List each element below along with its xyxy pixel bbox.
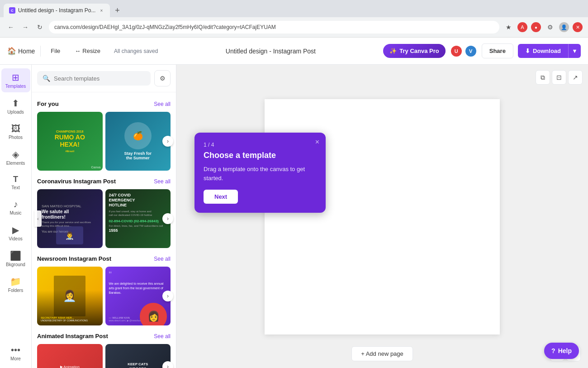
help-button[interactable]: ? Help [544, 343, 579, 359]
news1-thumbnail: 👩‍💼 SECRETARY ASHA HER... UNDERSECRETARY… [37, 267, 103, 325]
file-button[interactable]: File [46, 45, 65, 57]
search-input[interactable] [54, 75, 145, 82]
extension-close-icon[interactable]: ✕ [573, 22, 583, 32]
chevron-down-icon: ▾ [573, 48, 576, 54]
template-card-covid2[interactable]: 24/7 COVIDEMERGENCYHOTLINE If you feel u… [105, 189, 171, 248]
share-canvas-button[interactable]: ↗ [568, 70, 583, 85]
guide-popup: 1 / 4 Choose a template Drag a template … [194, 133, 326, 213]
sidebar-item-more[interactable]: ••• More [1, 341, 30, 365]
bkground-icon: ⬛ [10, 250, 21, 261]
for-you-next-button[interactable]: › [162, 136, 173, 147]
videos-icon: ▶ [12, 225, 19, 235]
anim2-thumbnail: KEEP CATSINDOORS [105, 344, 171, 368]
coronavirus-next-button[interactable]: › [162, 213, 173, 224]
coronavirus-see-all[interactable]: See all [154, 178, 171, 185]
duplicate-canvas-button[interactable]: ⧉ [536, 70, 550, 85]
for-you-see-all[interactable]: See all [154, 101, 171, 107]
brazil-thumbnail: CHAMPIONS 2018 RUMO AOHEXA! #Brazil Canv… [37, 112, 103, 171]
tab-title: Untitled design - Instagram Po... [18, 7, 95, 14]
toolbar: 🏠 Home File ↔ Resize All changes saved U… [0, 38, 588, 65]
share-button[interactable]: Share [482, 43, 513, 58]
tab-close-button[interactable]: × [98, 7, 104, 14]
file-label: File [51, 48, 60, 54]
templates-icon: ⊞ [12, 72, 19, 83]
template-card-anim2[interactable]: KEEP CATSINDOORS [105, 344, 171, 368]
for-you-template-row: CHAMPIONS 2018 RUMO AOHEXA! #Brazil Canv… [37, 112, 171, 171]
profile-icon-2[interactable]: 👤 [559, 22, 569, 32]
try-pro-button[interactable]: ✨ Try Canva Pro [383, 44, 445, 58]
more-icon: ••• [11, 345, 20, 355]
folders-label: Folders [8, 288, 23, 293]
download-button[interactable]: ⬇ Download ▾ [518, 44, 581, 58]
forward-button[interactable]: → [20, 22, 31, 33]
download-button-label[interactable]: ⬇ Download [518, 44, 568, 58]
newsroom-see-all[interactable]: See all [154, 256, 171, 262]
sidebar-item-uploads[interactable]: ⬆ Uploads [1, 94, 30, 118]
user-avatars: U V [450, 45, 477, 57]
template-card-brazil[interactable]: CHAMPIONS 2018 RUMO AOHEXA! #Brazil Canv… [37, 112, 103, 171]
toolbar-left: 🏠 Home File ↔ Resize All changes saved [7, 45, 158, 57]
template-card-news1[interactable]: 👩‍💼 SECRETARY ASHA HER... UNDERSECRETARY… [37, 267, 103, 325]
covid1-thumbnail: SAN MATEO HOSPITAL We salute allfrontlin… [37, 189, 103, 248]
newsroom-next-button[interactable]: › [162, 291, 173, 301]
coronavirus-prev-button[interactable]: ‹ [34, 210, 42, 227]
sidebar-item-templates[interactable]: ⊞ Templates [1, 68, 30, 92]
sidebar-item-text[interactable]: T Text [1, 171, 30, 194]
avatar-1: U [450, 45, 463, 57]
text-icon: T [13, 175, 18, 184]
home-button[interactable]: 🏠 Home [7, 47, 35, 55]
guide-close-button[interactable]: × [315, 138, 319, 146]
animated-see-all[interactable]: See all [154, 333, 171, 339]
avatar-2: V [465, 45, 477, 57]
newsroom-section-header: Newsroom Instagram Post See all [37, 255, 171, 262]
tab-bar: C Untitled design - Instagram Po... × + [0, 0, 588, 17]
filter-button[interactable]: ⚙ [154, 70, 171, 86]
sidebar-item-elements[interactable]: ◈ Elements [1, 145, 30, 169]
browser-chrome: C Untitled design - Instagram Po... × + … [0, 0, 588, 38]
settings-icon[interactable]: ⚙ [545, 22, 555, 33]
newsroom-template-row: 👩‍💼 SECRETARY ASHA HER... UNDERSECRETARY… [37, 267, 171, 325]
music-icon: ♪ [14, 199, 18, 210]
animated-next-button[interactable]: › [162, 361, 173, 368]
browser-tab[interactable]: C Untitled design - Instagram Po... × [4, 4, 110, 17]
try-pro-label: Try Canva Pro [399, 48, 439, 54]
animated-template-row: ▶ Animation KEEP CATSINDOORS › [37, 344, 171, 368]
toolbar-right: ✨ Try Canva Pro U V Share ⬇ Download [383, 43, 581, 58]
coronavirus-title: Coronavirus Instagram Post [37, 178, 116, 185]
music-label: Music [9, 210, 21, 215]
copy-canvas-button[interactable]: ⊡ [552, 70, 566, 85]
for-you-title: For you [37, 100, 59, 107]
toolbar-center: Untitled design - Instagram Post [163, 48, 378, 55]
add-page-button[interactable]: + Add new page [351, 346, 413, 361]
sidebar-item-bkground[interactable]: ⬛ Bkground [1, 247, 30, 271]
url-bar[interactable]: canva.com/design/DAEHgI_3A1g/0zJ-qMNGzZi… [49, 21, 499, 33]
refresh-button[interactable]: ↻ [34, 22, 45, 33]
guide-next-button[interactable]: Next [204, 190, 238, 204]
template-card-covid1[interactable]: SAN MATEO HOSPITAL We salute allfrontlin… [37, 189, 103, 248]
design-title: Untitled design - Instagram Post [226, 48, 316, 55]
sidebar-item-videos[interactable]: ▶ Videos [1, 221, 30, 245]
uploads-icon: ⬆ [12, 98, 19, 109]
download-label: Download [533, 48, 561, 54]
sparkle-icon: ✨ [389, 48, 397, 54]
guide-title: Choose a template [204, 151, 317, 160]
extension-icon-1[interactable]: ● [531, 22, 541, 32]
template-card-summer[interactable]: 🍊 Stay Fresh forthe Summer [105, 112, 171, 171]
guide-body: Drag a template onto the canvas to get s… [204, 165, 317, 182]
template-card-news2[interactable]: " We are delighted to receive this annua… [105, 267, 171, 325]
uploads-label: Uploads [7, 110, 24, 115]
anim1-thumbnail: ▶ Animation [37, 344, 103, 368]
animated-section-header: Animated Instagram Post See all [37, 333, 171, 339]
new-tab-button[interactable]: + [112, 5, 123, 16]
bookmark-button[interactable]: ★ [503, 22, 514, 33]
sidebar-item-folders[interactable]: 📁 Folders [1, 272, 30, 296]
back-button[interactable]: ← [5, 22, 16, 33]
address-bar: ← → ↻ canva.com/design/DAEHgI_3A1g/0zJ-q… [0, 17, 588, 37]
sidebar-item-music[interactable]: ♪ Music [1, 196, 30, 219]
profile-icon[interactable]: A [517, 22, 527, 32]
template-card-anim1[interactable]: ▶ Animation [37, 344, 103, 368]
sidebar-item-photos[interactable]: 🖼 Photos [1, 120, 30, 143]
download-dropdown-arrow[interactable]: ▾ [568, 44, 581, 58]
templates-label: Templates [5, 84, 26, 89]
resize-button[interactable]: ↔ Resize [70, 45, 105, 57]
